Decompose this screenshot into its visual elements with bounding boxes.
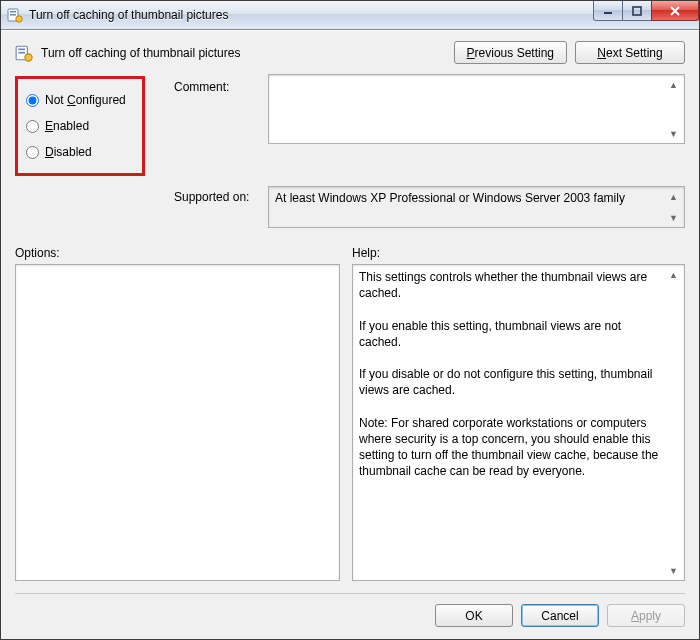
comment-textarea[interactable]: ▲ ▼ bbox=[268, 74, 685, 144]
window-title: Turn off caching of thumbnail pictures bbox=[29, 8, 228, 22]
radio-disabled[interactable]: Disabled bbox=[24, 139, 136, 165]
cancel-button[interactable]: Cancel bbox=[521, 604, 599, 627]
radio-disabled-input[interactable] bbox=[26, 146, 39, 159]
radio-enabled-input[interactable] bbox=[26, 120, 39, 133]
svg-point-9 bbox=[25, 53, 32, 60]
window-buttons bbox=[594, 1, 699, 21]
lower-panels: Options: Help: This settings controls wh… bbox=[1, 238, 699, 581]
svg-rect-1 bbox=[10, 11, 16, 13]
supported-label: Supported on: bbox=[174, 176, 264, 204]
svg-rect-4 bbox=[604, 12, 612, 14]
options-panel bbox=[15, 264, 340, 581]
minimize-button[interactable] bbox=[593, 1, 623, 21]
next-setting-button[interactable]: Next Setting bbox=[575, 41, 685, 64]
scroll-up-icon: ▲ bbox=[666, 267, 681, 282]
policy-icon bbox=[15, 44, 33, 62]
footer: OK Cancel Apply bbox=[1, 594, 699, 639]
state-radio-group: Not Configured Enabled Disabled bbox=[15, 76, 145, 176]
svg-rect-8 bbox=[18, 51, 25, 53]
ok-label: OK bbox=[465, 609, 482, 623]
policy-title: Turn off caching of thumbnail pictures bbox=[41, 46, 240, 60]
radio-not-configured[interactable]: Not Configured bbox=[24, 87, 136, 113]
comment-label: Comment: bbox=[174, 74, 264, 94]
help-panel: This settings controls whether the thumb… bbox=[352, 264, 685, 581]
radio-disabled-label: Disabled bbox=[45, 145, 92, 159]
help-scrollbar[interactable]: ▲ ▼ bbox=[666, 267, 682, 578]
help-label: Help: bbox=[352, 246, 685, 260]
scroll-down-icon: ▼ bbox=[666, 210, 681, 225]
svg-rect-7 bbox=[18, 48, 25, 50]
configuration-grid: Not Configured Enabled Disabled Comment:… bbox=[1, 74, 699, 228]
scroll-up-icon: ▲ bbox=[666, 77, 681, 92]
prev-rest: revious Setting bbox=[475, 46, 554, 60]
window: Turn off caching of thumbnail pictures bbox=[0, 0, 700, 640]
radio-enabled[interactable]: Enabled bbox=[24, 113, 136, 139]
svg-point-3 bbox=[16, 16, 22, 22]
apply-button[interactable]: Apply bbox=[607, 604, 685, 627]
scroll-up-icon: ▲ bbox=[666, 189, 681, 204]
comment-scrollbar[interactable]: ▲ ▼ bbox=[666, 77, 682, 141]
titlebar: Turn off caching of thumbnail pictures bbox=[1, 1, 699, 30]
close-button[interactable] bbox=[651, 1, 699, 21]
radio-not-configured-input[interactable] bbox=[26, 94, 39, 107]
scroll-down-icon: ▼ bbox=[666, 563, 681, 578]
maximize-button[interactable] bbox=[622, 1, 652, 21]
cancel-label: Cancel bbox=[541, 609, 578, 623]
svg-rect-5 bbox=[633, 7, 641, 15]
help-column: Help: This settings controls whether the… bbox=[352, 246, 685, 581]
svg-rect-2 bbox=[10, 14, 16, 16]
ok-button[interactable]: OK bbox=[435, 604, 513, 627]
radio-not-configured-label: Not Configured bbox=[45, 93, 126, 107]
options-label: Options: bbox=[15, 246, 340, 260]
scroll-down-icon: ▼ bbox=[666, 126, 681, 141]
prev-underline: P bbox=[467, 46, 475, 60]
previous-setting-button[interactable]: Previous Setting bbox=[454, 41, 567, 64]
header-row: Turn off caching of thumbnail pictures P… bbox=[1, 31, 699, 74]
supported-on-field: At least Windows XP Professional or Wind… bbox=[268, 186, 685, 228]
apply-label: Apply bbox=[631, 609, 661, 623]
options-column: Options: bbox=[15, 246, 340, 581]
supported-on-text: At least Windows XP Professional or Wind… bbox=[275, 191, 664, 223]
content-area: Turn off caching of thumbnail pictures P… bbox=[1, 30, 699, 639]
radio-enabled-label: Enabled bbox=[45, 119, 89, 133]
comment-text bbox=[275, 79, 664, 139]
policy-icon bbox=[7, 7, 23, 23]
next-underline: N bbox=[597, 46, 606, 60]
help-text: This settings controls whether the thumb… bbox=[359, 269, 664, 576]
next-rest: ext Setting bbox=[606, 46, 663, 60]
supported-scrollbar[interactable]: ▲ ▼ bbox=[666, 189, 682, 225]
